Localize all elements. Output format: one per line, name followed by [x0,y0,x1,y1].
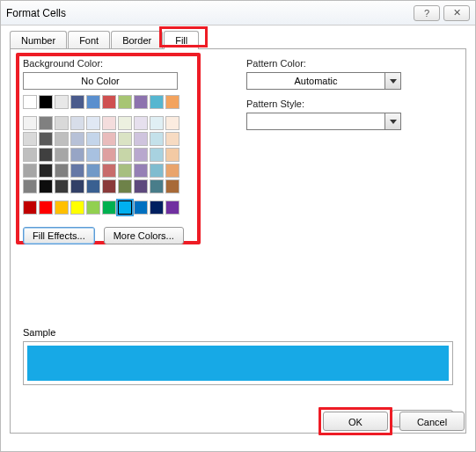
color-swatch[interactable] [165,179,179,193]
color-swatch[interactable] [55,200,69,215]
color-swatch[interactable] [150,148,164,162]
sample-box [23,341,453,385]
dialog-title: Format Cells [6,7,410,19]
color-swatch[interactable] [70,164,84,178]
pattern-style-dropdown-button[interactable] [384,113,400,129]
color-swatch[interactable] [86,179,100,193]
color-swatch[interactable] [39,95,53,109]
color-swatch[interactable] [70,95,84,109]
no-color-button[interactable]: No Color [23,72,178,90]
color-swatch[interactable] [165,164,179,178]
color-swatch[interactable] [55,132,69,146]
color-swatch[interactable] [134,200,148,215]
color-swatch[interactable] [102,95,116,109]
main-color-row [23,95,199,109]
color-swatch[interactable] [150,132,164,146]
tab-fill[interactable]: Fill [164,31,199,49]
dialog-footer: OK Cancel [319,407,465,435]
color-swatch[interactable] [86,116,100,130]
pattern-style-value [247,113,384,129]
pattern-color-combo[interactable]: Automatic [246,72,401,90]
color-swatch[interactable] [23,164,37,178]
color-swatch[interactable] [23,179,37,193]
tab-font[interactable]: Font [68,31,110,49]
color-swatch[interactable] [55,148,69,162]
color-swatch[interactable] [70,148,84,162]
color-swatch[interactable] [102,116,116,130]
color-swatch[interactable] [102,200,116,215]
color-swatch[interactable] [150,164,164,178]
color-swatch[interactable] [150,116,164,130]
color-swatch[interactable] [165,116,179,130]
pattern-style-combo[interactable] [246,113,401,130]
color-swatch[interactable] [86,200,100,215]
bg-color-label: Background Color: [23,58,199,69]
color-swatch[interactable] [23,132,37,146]
color-swatch[interactable] [39,116,53,130]
color-swatch[interactable] [118,148,132,162]
color-swatch[interactable] [118,95,132,109]
color-swatch[interactable] [86,164,100,178]
color-swatch[interactable] [23,148,37,162]
color-swatch[interactable] [102,164,116,178]
help-button[interactable]: ? [414,5,440,21]
color-swatch[interactable] [118,200,132,215]
color-swatch[interactable] [134,148,148,162]
color-swatch[interactable] [55,164,69,178]
close-button[interactable]: ✕ [443,5,470,21]
color-swatch[interactable] [118,132,132,146]
tab-label: Border [122,35,151,46]
standard-color-row [23,200,199,215]
color-swatch[interactable] [70,132,84,146]
tab-border[interactable]: Border [111,31,163,49]
color-swatch[interactable] [118,179,132,193]
color-swatch[interactable] [55,179,69,193]
color-swatch[interactable] [118,116,132,130]
color-swatch[interactable] [118,164,132,178]
color-swatch[interactable] [134,116,148,130]
color-swatch[interactable] [39,200,53,215]
color-swatch[interactable] [165,132,179,146]
theme-color-grid [23,116,199,193]
color-swatch[interactable] [39,179,53,193]
chevron-down-icon [390,120,397,124]
color-swatch[interactable] [150,179,164,193]
color-swatch[interactable] [70,200,84,215]
cancel-button[interactable]: Cancel [399,412,465,431]
color-swatch[interactable] [55,116,69,130]
color-swatch[interactable] [165,200,179,215]
color-swatch[interactable] [150,200,164,215]
pattern-color-dropdown-button[interactable] [384,73,400,89]
color-swatch[interactable] [102,148,116,162]
color-swatch[interactable] [165,148,179,162]
color-swatch[interactable] [86,148,100,162]
color-swatch[interactable] [70,116,84,130]
fill-effects-button[interactable]: Fill Effects... [23,227,95,244]
ok-button[interactable]: OK [323,412,388,431]
pattern-section: Pattern Color: Automatic Pattern Style: [246,58,414,139]
tab-number[interactable]: Number [10,31,67,49]
color-swatch[interactable] [23,116,37,130]
sample-preview [27,346,449,381]
color-swatch[interactable] [39,148,53,162]
color-swatch[interactable] [102,132,116,146]
color-swatch[interactable] [150,95,164,109]
color-swatch[interactable] [134,164,148,178]
bg-color-section: Background Color: No Color Fill Effects.… [23,58,199,244]
color-swatch[interactable] [23,95,37,109]
color-swatch[interactable] [55,95,69,109]
color-swatch[interactable] [102,179,116,193]
cancel-label: Cancel [417,417,447,427]
color-swatch[interactable] [23,200,37,215]
color-swatch[interactable] [86,95,100,109]
color-swatch[interactable] [134,95,148,109]
titlebar: Format Cells ? ✕ [1,1,475,26]
color-swatch[interactable] [39,132,53,146]
color-swatch[interactable] [70,179,84,193]
color-swatch[interactable] [86,132,100,146]
color-swatch[interactable] [39,164,53,178]
more-colors-button[interactable]: More Colors... [104,227,184,244]
color-swatch[interactable] [134,179,148,193]
color-swatch[interactable] [165,95,179,109]
color-swatch[interactable] [134,132,148,146]
